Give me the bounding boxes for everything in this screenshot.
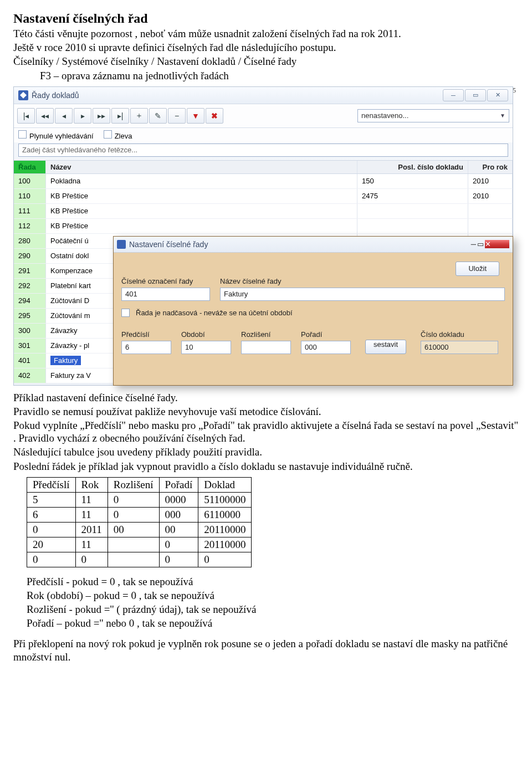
order-field[interactable]: 000 <box>301 341 351 354</box>
close-button[interactable]: ✕ <box>487 89 508 101</box>
table-row: 2011020110000 <box>27 537 252 552</box>
cell-rada: 295 <box>14 309 46 323</box>
titlebar: Řady dokladů ─ ▭ ✕ <box>14 87 513 104</box>
lbl-prefix: Předčíslí <box>121 330 171 339</box>
minimize-button[interactable]: ─ <box>443 89 464 101</box>
table-cell: 0 <box>27 552 76 567</box>
table-cell: 20110000 <box>198 537 252 552</box>
from-left-checkbox[interactable]: Zleva <box>104 130 132 140</box>
smooth-search-checkbox[interactable]: Plynulé vyhledávání <box>18 130 94 140</box>
delete-button[interactable]: − <box>168 108 186 124</box>
cell-posl: 150 <box>357 174 468 188</box>
modal-minimize-button[interactable]: ─ <box>471 240 476 248</box>
table-row[interactable]: 100Pokladna1502010 <box>14 174 513 189</box>
add-button[interactable]: ＋ <box>130 108 148 124</box>
modal-maximize-button[interactable]: ▭ <box>477 240 484 248</box>
sestavit-button[interactable]: sestavit <box>365 340 406 354</box>
table-row[interactable]: 110KB Přeštice24752010 <box>14 189 513 204</box>
smooth-search-label: Plynulé vyhledávání <box>29 132 94 140</box>
after-p3: Pokud vyplníte „Předčíslí" nebo masku pr… <box>13 419 519 444</box>
cell-rada: 300 <box>14 324 46 338</box>
prefix-field[interactable]: 6 <box>121 341 171 354</box>
after-p2: Pravidlo se nemusí používat pakliže nevy… <box>13 405 519 418</box>
table-header: Předčíslí <box>27 477 76 492</box>
nav-prev-button[interactable]: ◂ <box>55 108 73 124</box>
cell-nazev: KB Přeštice <box>46 204 357 218</box>
filter-combo-value: nenastaveno... <box>361 111 408 120</box>
search-input[interactable]: Zadej část vyhledávaného řetězce... <box>18 144 508 157</box>
lbl-order: Pořadí <box>301 330 351 339</box>
rules-p2: Rok (období) – pokud = 0 , tak se nepouž… <box>27 589 519 602</box>
period-field[interactable]: 10 <box>181 341 231 354</box>
lbl-split: Rozlišení <box>241 330 291 339</box>
save-button[interactable]: Uložit <box>456 262 499 276</box>
intro-p1: Této části věnujte pozornost , neboť vám… <box>13 27 519 40</box>
cell-rok: 2010 <box>468 174 513 188</box>
cell-rok <box>468 219 513 233</box>
lbl-name: Název číselné řady <box>220 277 505 285</box>
table-cell: 0 <box>27 522 76 537</box>
table-cell: 20 <box>27 537 76 552</box>
nastaveni-rady-modal: Nastavení číselné řady ─ ▭ ✕ Uložit Číse… <box>113 236 513 386</box>
cell-rada: 291 <box>14 264 46 278</box>
table-cell: 5 <box>27 492 76 507</box>
after-p5: Poslední řádek je příklad jak vypnout pr… <box>13 460 519 473</box>
lbl-period: Období <box>181 330 231 339</box>
menu-path: Číselníky / Systémové číselníky / Nastav… <box>13 55 519 68</box>
col-posl-cislo[interactable]: Posl. číslo dokladu <box>357 161 468 173</box>
split-field[interactable] <box>241 341 291 354</box>
clear-filter-icon[interactable]: ✖ <box>206 108 223 124</box>
table-header: Doklad <box>198 477 252 492</box>
table-cell: 20110000 <box>198 522 252 537</box>
table-cell: 11 <box>75 507 108 522</box>
table-header: Rok <box>75 477 108 492</box>
nav-next-button[interactable]: ▸ <box>74 108 91 124</box>
cell-rok: 2010 <box>468 189 513 203</box>
maximize-button[interactable]: ▭ <box>465 89 486 101</box>
table-cell: 0 <box>108 507 159 522</box>
cell-rada: 280 <box>14 234 46 248</box>
col-pro-rok[interactable]: Pro rok <box>468 161 513 173</box>
table-cell: 51100000 <box>198 492 252 507</box>
table-cell: 0 <box>198 552 252 567</box>
table-cell: 11 <box>75 492 108 507</box>
chevron-down-icon: ▼ <box>500 112 505 119</box>
col-nazev[interactable]: Název <box>46 161 357 173</box>
table-cell: 6 <box>27 507 76 522</box>
app-icon <box>18 90 28 100</box>
nav-first-button[interactable]: |◂ <box>17 108 35 124</box>
nav-next-page-button[interactable]: ▸▸ <box>93 108 110 124</box>
table-header: Rozlišení <box>108 477 159 492</box>
filter-icon[interactable]: ▼ <box>187 108 204 124</box>
cell-rada: 292 <box>14 279 46 293</box>
table-cell: 0000 <box>159 492 198 507</box>
table-row: 5110000051100000 <box>27 492 252 507</box>
nav-prev-page-button[interactable]: ◂◂ <box>36 108 54 124</box>
col-rada[interactable]: Řada <box>14 161 46 173</box>
timeless-checkbox[interactable] <box>121 309 130 317</box>
screenshot-region: 15 Řady dokladů ─ ▭ ✕ |◂ ◂◂ ◂ ▸ ▸▸ ▸| ＋ … <box>13 86 519 386</box>
nav-last-button[interactable]: ▸| <box>111 108 129 124</box>
filter-combo[interactable]: nenastaveno... ▼ <box>357 109 509 122</box>
code-field[interactable]: 401 <box>121 288 210 301</box>
from-left-label: Zleva <box>115 132 132 140</box>
rules-p3: Rozlišení - pokud ='' ( prázdný údaj), t… <box>27 603 519 616</box>
cell-rada: 112 <box>14 219 46 233</box>
page-title: Nastavení číselných řad <box>13 11 519 26</box>
table-cell <box>108 552 159 567</box>
toolbar: |◂ ◂◂ ◂ ▸ ▸▸ ▸| ＋ ✎ − ▼ ✖ nenastaveno...… <box>14 104 513 128</box>
table-row[interactable]: 111KB Přeštice <box>14 204 513 219</box>
modal-close-button[interactable]: ✕ <box>485 240 509 248</box>
name-field[interactable]: Faktury <box>220 288 505 301</box>
table-cell: 0 <box>159 552 198 567</box>
edit-button[interactable]: ✎ <box>149 108 167 124</box>
table-cell: 6110000 <box>198 507 252 522</box>
table-row[interactable]: 112KB Přeštice <box>14 219 513 234</box>
table-cell: 000 <box>159 507 198 522</box>
hotkey-note: F3 – oprava záznamu na jednotlivých řadá… <box>13 69 519 82</box>
table-cell: 2011 <box>75 522 108 537</box>
table-cell: 11 <box>75 537 108 552</box>
cell-rada: 401 <box>14 354 46 368</box>
table-row: 61100006110000 <box>27 507 252 522</box>
table-cell <box>108 537 159 552</box>
